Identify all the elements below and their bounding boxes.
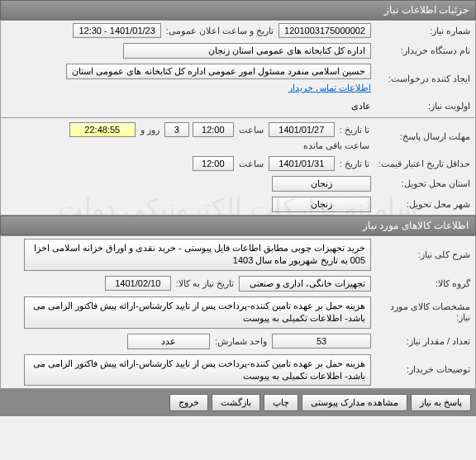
field-quantity: 53 [272,334,371,349]
label-buyer-notes: توضیحات خریدار: [371,364,470,375]
label-province: استان محل تحویل: [371,178,470,189]
label-days-and: روز و [139,125,161,135]
goods-info-section: شرح کلی نیاز: خرید تجهیزات چوبی مطابق اط… [0,235,476,389]
label-quantity: تعداد / مقدار نیاز: [371,336,470,347]
field-province: زنجان [272,176,371,192]
label-goods-group: گروه کالا: [371,278,470,289]
label-announce: تاریخ و ساعت اعلان عمومی: [164,26,275,36]
label-priority: اولویت نیاز: [371,101,470,111]
field-need-desc: خرید تجهیزات چوبی مطابق اطاعات فایل پیوس… [24,239,371,271]
field-announce-datetime: 1401/01/23 - 12:30 [73,23,160,38]
print-button[interactable]: چاپ [264,394,298,411]
label-buyer-org: نام دستگاه خریدار: [371,45,470,56]
field-response-hour: 12:00 [193,122,234,137]
field-request-creator: حسین اسلامی منفرد مسئول امور عمومی اداره… [66,64,371,79]
label-to-date-1: تا تاریخ : [338,125,371,135]
need-info-section: شماره نیاز: 1201003175000002 تاریخ و ساع… [0,20,476,216]
exit-button[interactable]: خروج [169,394,208,411]
field-remain-time: 22:48:55 [69,122,136,137]
label-hour-1: ساعت [237,125,265,135]
field-goods-spec: هزینه حمل بر عهده تامین کننده-پرداخت پس … [24,296,371,329]
field-need-date: 1401/02/10 [105,276,171,291]
label-hour-2: ساعت [237,159,265,169]
label-request-creator: ایجاد کننده درخواست: [371,74,470,84]
back-button[interactable]: بازگشت [212,394,260,411]
goods-info-header: اطلاعات کالاهای مورد نیاز [0,216,476,235]
field-goods-group: تجهیزات خانگی، اداری و صنعتی [239,276,371,292]
label-hours-remain: ساعت باقی مانده [302,140,371,151]
field-response-date: 1401/01/27 [269,122,335,137]
field-need-number: 1201003175000002 [278,23,371,38]
label-price-validity: حداقل تاریخ اعتبار قیمت: [371,159,470,169]
button-bar: پاسخ به نیاز مشاهده مدارک پیوستی چاپ باز… [0,389,476,416]
label-to-date-2: تا تاریخ : [338,159,371,169]
label-response-deadline: مهلت ارسال پاسخ: [371,131,470,142]
value-priority: عادی [351,101,371,111]
link-buyer-contact[interactable]: اطلاعات تماس خریدار [288,83,371,93]
label-need-date-for: تاریخ نیاز به کالا: [174,278,236,289]
label-goods-spec: مشخصات کالای مورد نیاز: [371,301,470,323]
field-buyer-notes: هزینه حمل بر عهده تامین کننده-پرداخت پس … [24,354,371,386]
field-remain-days: 3 [164,122,189,137]
field-city: زنجان [272,197,371,212]
respond-button[interactable]: پاسخ به نیاز [411,394,471,411]
label-city: شهر محل تحویل: [371,199,470,210]
field-price-valid-hour: 12:00 [193,156,234,171]
view-attachments-button[interactable]: مشاهده مدارک پیوستی [302,394,407,411]
field-unit: عدد [127,334,210,349]
label-unit: واحد شمارش: [213,336,269,347]
label-need-number: شماره نیاز: [371,26,470,36]
label-need-desc: شرح کلی نیاز: [371,249,470,260]
need-info-header: جزئیات اطلاعات نیاز [0,0,476,20]
separator [1,117,475,118]
field-buyer-org: اداره کل کتابخانه های عمومی استان زنجان [123,43,371,59]
field-price-valid-date: 1401/01/31 [269,156,335,171]
